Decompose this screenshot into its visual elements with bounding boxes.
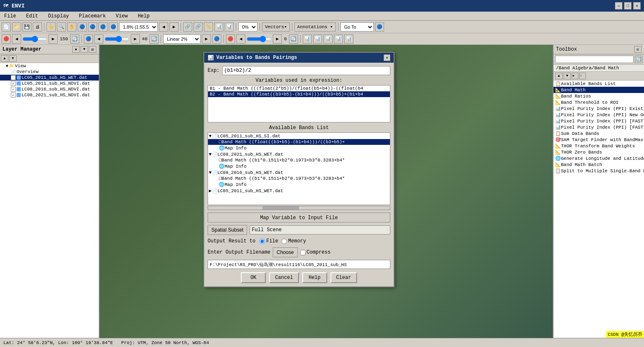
dialog-title-bar: 📊 Variables to Bands Pairings ✕ [204, 53, 394, 63]
clear-button[interactable]: Clear [331, 272, 357, 283]
dialog-buttons: OK Cancel Help Clear [208, 272, 390, 283]
lc08-2021-mi-label: Map Info [225, 164, 247, 169]
lc05-wet-icon: 📄 [212, 188, 218, 193]
lc08-2016-wet-collapse: ▼ [209, 170, 212, 175]
var-b1[interactable]: B1 - Band Math (((float(2*b5))/(float(b5… [208, 86, 390, 91]
output-file-radio[interactable] [260, 239, 265, 244]
map-var-btn[interactable]: Map Variable to Input File [208, 213, 390, 222]
lc08-2021-wet-icon: 📄 [212, 152, 218, 157]
compress-label: Compress [307, 249, 331, 255]
lc08-2021-wet-collapse: ▼ [209, 152, 212, 157]
vars-to-bands-dialog: 📊 Variables to Bands Pairings ✕ Exp: Var… [203, 52, 394, 287]
lc08-2016-mi-icon: 🌐 [219, 182, 225, 187]
lc08-2016-wet-label: LC08_2016_sub_HS_WET.dat [218, 170, 283, 175]
lc05-si-bm-icon: □ [219, 139, 222, 144]
avail-lc08-2016-mi[interactable]: 🌐 Map Info [208, 181, 390, 188]
watermark: CSDN @失忆历乔 [606, 331, 644, 338]
exp-row: Exp: [208, 66, 390, 75]
dialog-overlay: 📊 Variables to Bands Pairings ✕ Exp: Var… [0, 0, 644, 347]
ok-button[interactable]: OK [241, 272, 266, 283]
avail-lc08-2021-mi[interactable]: 🌐 Map Info [208, 163, 390, 169]
dialog-icon: 📊 [208, 55, 214, 61]
dialog-body: Exp: Variables used in expression: B1 - … [204, 63, 394, 286]
dialog-close-button[interactable]: ✕ [384, 54, 390, 61]
output-file-label: File [266, 238, 278, 244]
vars-list: B1 - Band Math (((float(2*b5))/(float(b5… [208, 85, 390, 122]
lc05-si-bm-label: Band Math ((float((b3+b5)-(b1+b4)))/((b3… [222, 139, 345, 144]
vars-header: Variables used in expression: [208, 78, 390, 83]
lc08-2016-wet-icon: 📄 [212, 170, 218, 175]
dialog-title-text: Variables to Bands Pairings [216, 55, 297, 61]
lc05-wet-label: LC05_2011_sub_HS_WET.dat [218, 188, 283, 193]
avail-lc08-2016-wet[interactable]: ▼ 📄 LC08_2016_sub_HS_WET.dat [208, 169, 390, 176]
spatial-row: Spatial Subset Full Scene [208, 225, 390, 235]
filepath-input[interactable] [208, 260, 390, 269]
exp-input[interactable] [222, 66, 390, 75]
compress-check[interactable]: Compress [300, 249, 331, 255]
output-memory-radio[interactable] [282, 239, 287, 244]
output-memory-option[interactable]: Memory [282, 238, 306, 244]
avail-lc08-2021-bm[interactable]: □ Band Math ((b1*0.1511+b2*0.1973+b3*0.3… [208, 157, 390, 163]
lc08-2021-wet-label: LC08_2021_sub_HS_WET.dat [218, 152, 283, 157]
output-row: Output Result to File Memory [208, 238, 390, 244]
help-button[interactable]: Help [302, 272, 327, 283]
avail-lc05-si-mapinfo[interactable]: 🌐 Map Info [208, 145, 390, 151]
output-memory-label: Memory [288, 238, 306, 244]
cancel-button[interactable]: Cancel [269, 272, 299, 283]
filename-label: Enter Output Filename [208, 249, 270, 255]
spatial-subset-button[interactable]: Spatial Subset [208, 225, 247, 235]
avail-header: Available Bands List [208, 125, 390, 131]
avail-lc08-2021-wet[interactable]: ▼ 📄 LC08_2021_sub_HS_WET.dat [208, 151, 390, 157]
avail-lc05-si-bandmath[interactable]: □ Band Math ((float((b3+b5)-(b1+b4)))/((… [208, 139, 390, 145]
choose-button[interactable]: Choose [273, 247, 297, 257]
lc05-wet-collapse: ▶ [209, 188, 212, 193]
lc08-2016-bm-label: Band Math ((b1*0.1511+b2*0.1973+b3*0.328… [222, 176, 345, 181]
lc05-si-mi-label: Map Info [225, 146, 247, 151]
horiz-scrollbar[interactable] [208, 206, 390, 210]
lc05-si-collapse: ▼ [209, 134, 212, 139]
lc05-si-label: LC05_2011_sub_HS_SI.dat [218, 134, 281, 139]
output-file-option[interactable]: File [260, 238, 278, 244]
lc08-2021-bm-label: Band Math ((b1*0.1511+b2*0.1973+b3*0.328… [222, 158, 345, 163]
compress-checkbox[interactable] [300, 250, 306, 255]
spatial-val: Full Scene [250, 225, 390, 235]
avail-lc05-si[interactable]: ▼ 📄 LC05_2011_sub_HS_SI.dat [208, 133, 390, 139]
var-b2[interactable]: B2 - Band Math ((float((b3+b5)-(b1+b4)))… [208, 91, 390, 97]
lc05-si-mi-icon: 🌐 [219, 145, 225, 151]
lc08-2021-bm-icon: □ [219, 158, 222, 163]
lc08-2016-bm-icon: □ [219, 176, 222, 181]
exp-label: Exp: [208, 68, 220, 73]
lc05-si-icon: 📄 [212, 133, 218, 139]
avail-lc05-wet[interactable]: ▶ 📄 LC05_2011_sub_HS_WET.dat [208, 188, 390, 194]
lc08-2016-mi-label: Map Info [225, 182, 247, 187]
scroll-thumb [262, 206, 299, 210]
dialog-title-left: 📊 Variables to Bands Pairings [208, 55, 297, 61]
filename-row: Enter Output Filename Choose Compress [208, 247, 390, 257]
filepath-row [208, 260, 390, 269]
output-type-group: File Memory [260, 238, 306, 244]
avail-bands-tree: ▼ 📄 LC05_2011_sub_HS_SI.dat □ Band Math … [208, 132, 390, 205]
avail-lc08-2016-bm[interactable]: □ Band Math ((b1*0.1511+b2*0.1973+b3*0.3… [208, 176, 390, 181]
output-label: Output Result to [208, 238, 255, 244]
lc08-2021-mi-icon: 🌐 [219, 164, 225, 169]
